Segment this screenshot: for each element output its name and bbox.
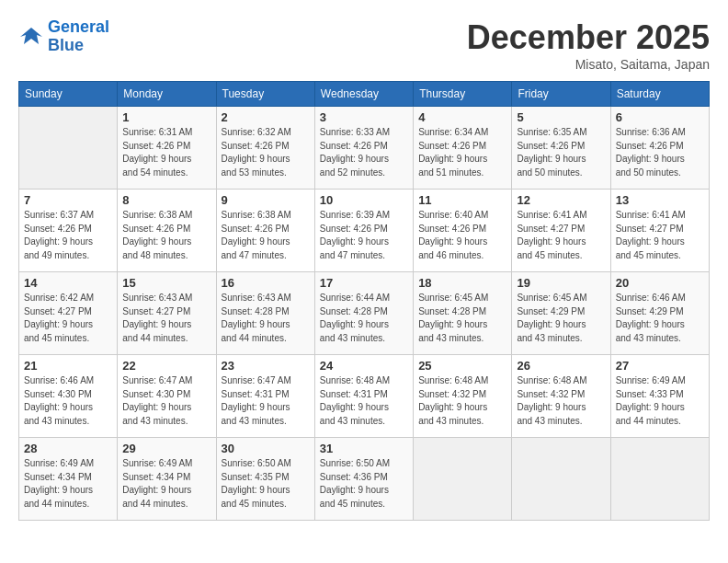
day-info: Sunrise: 6:34 AMSunset: 4:26 PMDaylight:…: [418, 126, 506, 179]
calendar-cell: 10Sunrise: 6:39 AMSunset: 4:26 PMDayligh…: [314, 190, 413, 272]
day-number: 15: [122, 276, 210, 290]
calendar-week-row: 7Sunrise: 6:37 AMSunset: 4:26 PMDaylight…: [19, 190, 710, 272]
day-number: 21: [24, 359, 112, 373]
day-info: Sunrise: 6:48 AMSunset: 4:32 PMDaylight:…: [418, 374, 506, 428]
day-number: 5: [517, 110, 605, 124]
day-header-friday: Friday: [512, 82, 610, 107]
calendar-cell: 2Sunrise: 6:32 AMSunset: 4:26 PMDaylight…: [216, 107, 314, 190]
day-info: Sunrise: 6:43 AMSunset: 4:27 PMDaylight:…: [122, 292, 210, 345]
day-header-thursday: Thursday: [414, 82, 512, 107]
day-number: 24: [320, 359, 408, 373]
calendar-cell: 28Sunrise: 6:49 AMSunset: 4:34 PMDayligh…: [19, 438, 118, 521]
calendar-cell: 31Sunrise: 6:50 AMSunset: 4:36 PMDayligh…: [314, 438, 413, 521]
day-info: Sunrise: 6:45 AMSunset: 4:28 PMDaylight:…: [418, 292, 506, 345]
calendar-cell: 30Sunrise: 6:50 AMSunset: 4:35 PMDayligh…: [216, 438, 314, 521]
calendar-cell: 24Sunrise: 6:48 AMSunset: 4:31 PMDayligh…: [314, 355, 413, 438]
day-number: 13: [616, 193, 704, 207]
day-number: 30: [222, 442, 310, 455]
logo: General Blue: [18, 18, 109, 55]
day-info: Sunrise: 6:47 AMSunset: 4:30 PMDaylight:…: [122, 374, 210, 428]
calendar-cell: 18Sunrise: 6:45 AMSunset: 4:28 PMDayligh…: [414, 272, 512, 355]
page-header: General Blue December 2025 Misato, Saita…: [18, 18, 710, 72]
day-info: Sunrise: 6:31 AMSunset: 4:26 PMDaylight:…: [122, 126, 210, 179]
day-number: 27: [616, 359, 704, 373]
day-info: Sunrise: 6:37 AMSunset: 4:26 PMDaylight:…: [24, 209, 112, 262]
calendar-cell: 20Sunrise: 6:46 AMSunset: 4:29 PMDayligh…: [610, 272, 709, 355]
day-number: 29: [122, 442, 210, 455]
day-info: Sunrise: 6:46 AMSunset: 4:29 PMDaylight:…: [616, 292, 704, 345]
calendar-cell: [414, 438, 512, 521]
day-info: Sunrise: 6:41 AMSunset: 4:27 PMDaylight:…: [517, 209, 605, 262]
calendar-cell: 19Sunrise: 6:45 AMSunset: 4:29 PMDayligh…: [512, 272, 610, 355]
day-header-saturday: Saturday: [610, 82, 709, 107]
day-info: Sunrise: 6:40 AMSunset: 4:26 PMDaylight:…: [418, 209, 506, 262]
day-number: 23: [222, 359, 310, 373]
day-number: 4: [418, 110, 506, 124]
day-info: Sunrise: 6:45 AMSunset: 4:29 PMDaylight:…: [517, 292, 605, 345]
day-info: Sunrise: 6:32 AMSunset: 4:26 PMDaylight:…: [222, 126, 310, 179]
day-info: Sunrise: 6:49 AMSunset: 4:33 PMDaylight:…: [616, 374, 704, 428]
month-title: December 2025: [467, 18, 710, 57]
calendar-cell: 22Sunrise: 6:47 AMSunset: 4:30 PMDayligh…: [118, 355, 216, 438]
day-number: 1: [122, 110, 210, 124]
day-number: 31: [320, 442, 408, 455]
calendar-table: SundayMondayTuesdayWednesdayThursdayFrid…: [18, 81, 710, 521]
day-info: Sunrise: 6:44 AMSunset: 4:28 PMDaylight:…: [320, 292, 408, 345]
calendar-cell: 9Sunrise: 6:38 AMSunset: 4:26 PMDaylight…: [216, 190, 314, 272]
day-number: 28: [24, 442, 112, 455]
day-number: 6: [616, 110, 704, 124]
calendar-header-row: SundayMondayTuesdayWednesdayThursdayFrid…: [19, 82, 710, 107]
day-info: Sunrise: 6:47 AMSunset: 4:31 PMDaylight:…: [222, 374, 310, 428]
svg-marker-0: [20, 28, 42, 44]
day-info: Sunrise: 6:41 AMSunset: 4:27 PMDaylight:…: [616, 209, 704, 262]
calendar-cell: 16Sunrise: 6:43 AMSunset: 4:28 PMDayligh…: [216, 272, 314, 355]
day-number: 18: [418, 276, 506, 290]
day-number: 7: [24, 193, 112, 207]
day-number: 10: [320, 193, 408, 207]
calendar-cell: 5Sunrise: 6:35 AMSunset: 4:26 PMDaylight…: [512, 107, 610, 190]
day-number: 9: [222, 193, 310, 207]
day-number: 8: [122, 193, 210, 207]
day-info: Sunrise: 6:50 AMSunset: 4:35 PMDaylight:…: [222, 457, 310, 511]
day-header-tuesday: Tuesday: [216, 82, 314, 107]
calendar-cell: 8Sunrise: 6:38 AMSunset: 4:26 PMDaylight…: [118, 190, 216, 272]
calendar-cell: 21Sunrise: 6:46 AMSunset: 4:30 PMDayligh…: [19, 355, 118, 438]
calendar-cell: [19, 107, 118, 190]
day-header-sunday: Sunday: [19, 82, 118, 107]
day-info: Sunrise: 6:48 AMSunset: 4:32 PMDaylight:…: [517, 374, 605, 428]
calendar-cell: 6Sunrise: 6:36 AMSunset: 4:26 PMDaylight…: [610, 107, 709, 190]
calendar-cell: 29Sunrise: 6:49 AMSunset: 4:34 PMDayligh…: [118, 438, 216, 521]
day-info: Sunrise: 6:38 AMSunset: 4:26 PMDaylight:…: [122, 209, 210, 262]
calendar-cell: 11Sunrise: 6:40 AMSunset: 4:26 PMDayligh…: [414, 190, 512, 272]
location: Misato, Saitama, Japan: [467, 57, 710, 72]
calendar-cell: 23Sunrise: 6:47 AMSunset: 4:31 PMDayligh…: [216, 355, 314, 438]
day-number: 25: [418, 359, 506, 373]
calendar-cell: 12Sunrise: 6:41 AMSunset: 4:27 PMDayligh…: [512, 190, 610, 272]
day-number: 17: [320, 276, 408, 290]
day-number: 22: [122, 359, 210, 373]
day-number: 3: [320, 110, 408, 124]
calendar-cell: 26Sunrise: 6:48 AMSunset: 4:32 PMDayligh…: [512, 355, 610, 438]
day-number: 12: [517, 193, 605, 207]
calendar-week-row: 28Sunrise: 6:49 AMSunset: 4:34 PMDayligh…: [19, 438, 710, 521]
calendar-cell: [512, 438, 610, 521]
day-number: 11: [418, 193, 506, 207]
day-number: 19: [517, 276, 605, 290]
calendar-cell: [610, 438, 709, 521]
calendar-cell: 15Sunrise: 6:43 AMSunset: 4:27 PMDayligh…: [118, 272, 216, 355]
calendar-cell: 13Sunrise: 6:41 AMSunset: 4:27 PMDayligh…: [610, 190, 709, 272]
day-info: Sunrise: 6:36 AMSunset: 4:26 PMDaylight:…: [616, 126, 704, 179]
day-number: 20: [616, 276, 704, 290]
calendar-cell: 4Sunrise: 6:34 AMSunset: 4:26 PMDaylight…: [414, 107, 512, 190]
day-info: Sunrise: 6:35 AMSunset: 4:26 PMDaylight:…: [517, 126, 605, 179]
day-info: Sunrise: 6:49 AMSunset: 4:34 PMDaylight:…: [122, 457, 210, 511]
calendar-week-row: 1Sunrise: 6:31 AMSunset: 4:26 PMDaylight…: [19, 107, 710, 190]
day-info: Sunrise: 6:49 AMSunset: 4:34 PMDaylight:…: [24, 457, 112, 511]
calendar-week-row: 14Sunrise: 6:42 AMSunset: 4:27 PMDayligh…: [19, 272, 710, 355]
day-number: 2: [222, 110, 310, 124]
logo-text: General Blue: [48, 18, 109, 55]
day-info: Sunrise: 6:39 AMSunset: 4:26 PMDaylight:…: [320, 209, 408, 262]
calendar-cell: 17Sunrise: 6:44 AMSunset: 4:28 PMDayligh…: [314, 272, 413, 355]
title-block: December 2025 Misato, Saitama, Japan: [467, 18, 710, 72]
day-number: 26: [517, 359, 605, 373]
